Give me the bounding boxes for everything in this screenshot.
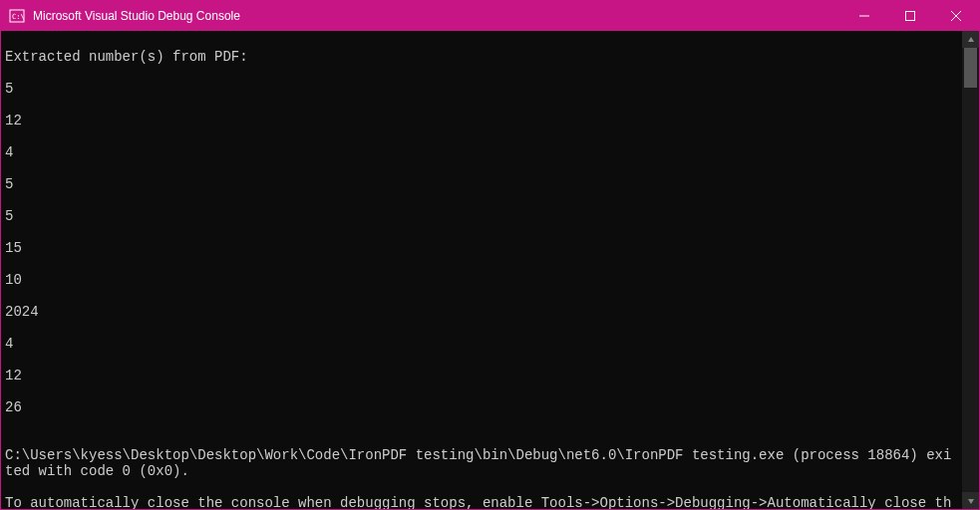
output-number: 12 <box>5 368 958 383</box>
output-number: 4 <box>5 336 958 352</box>
console-output[interactable]: Extracted number(s) from PDF: 5 12 4 5 5… <box>1 31 962 509</box>
titlebar[interactable]: C:\ Microsoft Visual Studio Debug Consol… <box>1 1 979 31</box>
output-header: Extracted number(s) from PDF: <box>5 49 958 65</box>
minimize-button[interactable] <box>841 1 887 31</box>
scroll-down-button[interactable] <box>962 492 979 509</box>
output-number: 4 <box>5 144 958 160</box>
output-number: 5 <box>5 81 958 97</box>
close-button[interactable] <box>933 1 979 31</box>
output-number: 12 <box>5 113 958 128</box>
scroll-track[interactable] <box>962 48 979 492</box>
output-number: 10 <box>5 272 958 288</box>
vertical-scrollbar[interactable] <box>962 31 979 509</box>
svg-marker-6 <box>968 37 974 42</box>
window-title: Microsoft Visual Studio Debug Console <box>33 9 841 23</box>
svg-text:C:\: C:\ <box>12 13 25 21</box>
scroll-up-button[interactable] <box>962 31 979 48</box>
console-area: Extracted number(s) from PDF: 5 12 4 5 5… <box>1 31 979 509</box>
svg-marker-7 <box>968 499 974 504</box>
svg-rect-3 <box>906 12 915 21</box>
output-number: 26 <box>5 399 958 415</box>
auto-close-hint: To automatically close the console when … <box>5 495 958 509</box>
output-number: 5 <box>5 208 958 224</box>
output-number: 15 <box>5 240 958 256</box>
output-number: 5 <box>5 176 958 192</box>
scroll-thumb[interactable] <box>964 48 977 88</box>
exit-message: C:\Users\kyess\Desktop\Desktop\Work\Code… <box>5 447 958 479</box>
app-icon: C:\ <box>9 8 25 24</box>
debug-console-window: C:\ Microsoft Visual Studio Debug Consol… <box>0 0 980 510</box>
output-number: 2024 <box>5 304 958 320</box>
window-controls <box>841 1 979 31</box>
maximize-button[interactable] <box>887 1 933 31</box>
